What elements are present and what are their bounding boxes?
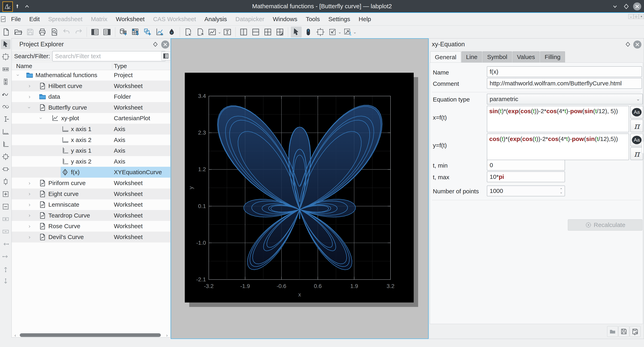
zoom-y-select-icon[interactable] — [1, 77, 10, 87]
column-divider[interactable] — [112, 63, 112, 69]
print-icon[interactable] — [37, 26, 48, 37]
new-plot-dropdown-icon[interactable]: ⌄ — [218, 30, 221, 34]
add-equation-curve-icon[interactable] — [1, 102, 10, 112]
zoom-select-icon[interactable] — [315, 26, 326, 37]
shift-down-y-icon[interactable] — [1, 277, 10, 286]
select-cursor-icon[interactable] — [1, 39, 10, 49]
tree-item-name[interactable]: y axis 1 — [71, 145, 92, 156]
insert-constant-icon[interactable]: π — [630, 119, 643, 132]
select-cursor-icon[interactable] — [291, 26, 302, 37]
search-input[interactable] — [52, 51, 166, 61]
auto-scale-x-icon[interactable] — [1, 164, 10, 174]
tree-item-name[interactable]: Piriform curve — [48, 178, 86, 189]
tab-general[interactable]: General — [430, 51, 461, 63]
zoom-one-one-dropdown-icon[interactable]: ⌄ — [353, 30, 357, 34]
x-equation-field[interactable]: sin(t)*(exp(cos(t))-2*cos(4*t)-pow(sin(t… — [487, 106, 629, 132]
new-spreadsheet-icon[interactable] — [118, 26, 129, 37]
tree-row[interactable]: y axis 1Axis — [12, 145, 170, 156]
tab-symbol[interactable]: Symbol — [482, 51, 512, 62]
export-icon[interactable] — [195, 26, 206, 37]
import-data-icon[interactable] — [182, 26, 194, 37]
tmin-field[interactable] — [487, 160, 565, 171]
scrollbar-thumb[interactable] — [20, 333, 161, 337]
vertical-scrollbar[interactable] — [642, 141, 644, 154]
name-field[interactable] — [487, 66, 642, 77]
auto-scale-y-icon[interactable] — [1, 177, 10, 186]
add-y-axis-icon[interactable] — [1, 139, 10, 149]
expander-icon[interactable]: › — [28, 210, 30, 221]
tmax-field[interactable]: 10*pi — [487, 171, 565, 182]
tab-line[interactable]: Line — [462, 51, 482, 62]
child-restore-icon[interactable]: ◇ — [634, 14, 639, 19]
worksheet-canvas[interactable]: 3.42.31.20.1-1.0-2.1-3.2-1.9-0.60.61.93.… — [185, 73, 414, 303]
tree-column-header[interactable]: Name Type — [12, 62, 170, 70]
menu-tools[interactable]: Tools — [302, 13, 324, 25]
new-matrix-icon[interactable] — [130, 26, 141, 37]
undo-icon[interactable] — [61, 26, 72, 37]
tree-row[interactable]: ›Devil's CurveWorksheet — [12, 232, 170, 243]
open-project-icon[interactable] — [13, 26, 24, 37]
tree-row[interactable]: ›LemniscateWorksheet — [12, 199, 170, 210]
expander-icon[interactable]: › — [28, 91, 30, 102]
tree-item-name[interactable]: Lemniscate — [48, 199, 79, 210]
add-text-label-icon[interactable] — [1, 114, 10, 124]
menu-datapicker[interactable]: Datapicker — [231, 13, 268, 25]
tree-item-name[interactable]: x axis 2 — [71, 135, 92, 145]
shift-up-y-icon[interactable] — [1, 264, 10, 274]
expander-icon[interactable]: › — [28, 232, 30, 243]
expander-icon[interactable]: › — [28, 199, 30, 210]
new-worksheet-icon[interactable] — [154, 26, 165, 37]
child-close-icon[interactable]: ✕ — [639, 14, 644, 19]
float-icon[interactable] — [151, 40, 160, 48]
tree-row[interactable]: ›dataFolder — [12, 91, 170, 102]
expander-icon[interactable]: › — [28, 189, 30, 199]
tree-row[interactable]: x axis 1Axis — [12, 124, 170, 135]
points-spinbox[interactable]: 1000 ⌃⌄ — [487, 185, 565, 196]
tree-row[interactable]: ›Mathematical functionsProject — [12, 70, 170, 80]
child-minimize-icon[interactable]: ⌄ — [628, 14, 634, 19]
zoom-select-icon[interactable] — [1, 52, 10, 62]
minimize-icon[interactable] — [610, 2, 620, 11]
spinner-arrows-icon[interactable]: ⌃⌄ — [560, 188, 562, 194]
add-x-axis-icon[interactable] — [1, 127, 10, 137]
tree-row[interactable]: ›Rose CurveWorksheet — [12, 221, 170, 232]
auto-scale-icon[interactable] — [1, 152, 10, 162]
print-preview-icon[interactable] — [49, 26, 60, 37]
close-icon[interactable] — [633, 2, 642, 11]
column-name[interactable]: Name — [16, 63, 32, 69]
shift-left-x-icon[interactable] — [1, 239, 10, 249]
menu-cas-worksheet[interactable]: CAS Worksheet — [149, 13, 200, 25]
tree-row[interactable]: ›Piriform curveWorksheet — [12, 178, 170, 189]
save-icon[interactable] — [618, 326, 629, 337]
menu-windows[interactable]: Windows — [268, 13, 302, 25]
tree-item-name[interactable]: x axis 1 — [71, 124, 92, 135]
column-settings-icon[interactable] — [161, 51, 170, 61]
zoom-out-x-icon[interactable] — [1, 227, 10, 236]
tree-item-name[interactable]: Teardrop Curve — [48, 210, 90, 221]
menu-spreadsheet[interactable]: Spreadsheet — [44, 13, 87, 25]
float-icon[interactable] — [624, 40, 632, 48]
new-project-icon[interactable] — [0, 26, 12, 37]
tree-item-name[interactable]: f(x) — [71, 167, 80, 178]
worksheet-view[interactable]: 3.42.31.20.1-1.0-2.1-3.2-1.9-0.60.61.93.… — [171, 38, 428, 339]
fit-to-view-dropdown-icon[interactable]: ⌄ — [338, 30, 342, 34]
tree-item-name[interactable]: Devil's Curve — [48, 232, 84, 243]
expander-icon[interactable]: › — [28, 80, 30, 91]
tree-row[interactable]: ›Eight curveWorksheet — [12, 189, 170, 199]
tree-row[interactable]: ›Teardrop CurveWorksheet — [12, 210, 170, 221]
tree-item-name[interactable]: y axis 2 — [71, 156, 92, 167]
expander-icon[interactable]: › — [24, 106, 35, 108]
menu-help[interactable]: Help — [354, 13, 376, 25]
y-equation-field[interactable]: cos(t)*(exp(cos(t))-2*cos(4*t)-pow(sin(t… — [487, 133, 629, 160]
cartesian-plot[interactable]: 3.42.31.20.1-1.0-2.1-3.2-1.9-0.60.61.93.… — [185, 73, 414, 303]
comment-field[interactable] — [487, 78, 642, 89]
toggle-properties-explorer-icon[interactable] — [102, 26, 112, 37]
vertical-layout-icon[interactable] — [238, 26, 249, 37]
zoom-out-icon[interactable] — [1, 202, 10, 211]
shift-right-x-icon[interactable] — [1, 252, 10, 261]
menu-matrix[interactable]: Matrix — [87, 13, 112, 25]
zoom-x-select-icon[interactable] — [1, 64, 10, 74]
tree-row[interactable]: y axis 2Axis — [12, 156, 170, 167]
new-plot-icon[interactable] — [207, 26, 218, 37]
expander-icon[interactable]: › — [36, 117, 46, 119]
